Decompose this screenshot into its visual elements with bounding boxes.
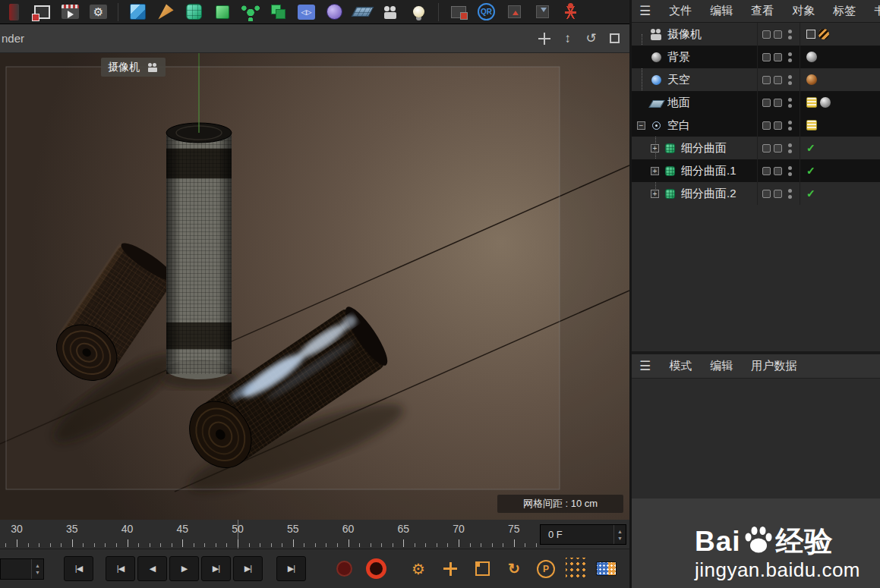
om-menu-item-4[interactable]: 标签 xyxy=(833,4,856,18)
toolbar-render-picture-viewer[interactable] xyxy=(56,1,84,24)
render-visibility-toggle[interactable] xyxy=(774,53,782,61)
toolbar-camera-object[interactable] xyxy=(377,1,405,24)
editor-visibility-toggle[interactable] xyxy=(762,76,771,84)
om-hamburger-icon[interactable]: ☰ xyxy=(639,3,651,19)
viewport-3d[interactable]: 摄像机 网格间距 : 10 cm xyxy=(0,53,629,520)
transport-next-frame[interactable]: ▶| xyxy=(201,556,231,581)
record-parameter[interactable]: P xyxy=(534,557,558,581)
render-visibility-toggle[interactable] xyxy=(774,167,782,175)
editor-visibility-toggle[interactable] xyxy=(762,30,771,39)
object-row[interactable]: +细分曲面.2✓ xyxy=(632,182,880,205)
editor-visibility-toggle[interactable] xyxy=(762,190,771,198)
visibility-dots[interactable] xyxy=(788,143,792,153)
target-tag[interactable] xyxy=(806,30,815,39)
combo-stepper[interactable]: ▲ ▼ xyxy=(31,559,43,579)
om-menu-item-3[interactable]: 对象 xyxy=(792,4,815,18)
record-active-objects[interactable] xyxy=(332,557,356,581)
frame-rate-combo[interactable]: ▲ ▼ xyxy=(0,558,44,580)
sphere-brown[interactable] xyxy=(806,74,817,85)
toolbar-qr-plugin[interactable]: QR xyxy=(472,1,500,24)
toolbar-light-object[interactable] xyxy=(405,1,433,24)
toolbar-subdivision-surface[interactable] xyxy=(180,1,208,24)
editor-visibility-toggle[interactable] xyxy=(762,99,771,107)
record-pla[interactable] xyxy=(566,558,588,580)
visibility-dots[interactable] xyxy=(788,189,792,199)
object-row[interactable]: 摄像机 xyxy=(632,23,880,46)
render-visibility-toggle[interactable] xyxy=(774,76,782,84)
editor-visibility-toggle[interactable] xyxy=(762,53,771,61)
toolbar-edit-render-settings[interactable]: ⚙ xyxy=(84,1,112,24)
visibility-dots[interactable] xyxy=(788,121,792,130)
visibility-dots[interactable] xyxy=(788,30,792,39)
toolbar-render-view[interactable] xyxy=(28,1,56,24)
visibility-toggles[interactable] xyxy=(757,182,800,205)
toolbar-joint-tool[interactable] xyxy=(557,1,585,24)
viewport-maximize-view[interactable] xyxy=(604,29,625,48)
visibility-toggles[interactable] xyxy=(757,159,800,182)
camera-label[interactable]: 摄像机 xyxy=(101,58,166,77)
autokeying[interactable] xyxy=(364,557,388,581)
transport-goto-end[interactable]: ▶| xyxy=(276,556,306,581)
visibility-toggles[interactable] xyxy=(757,91,800,114)
object-row[interactable]: +细分曲面✓ xyxy=(632,137,880,159)
toolbar-clipped-left[interactable] xyxy=(0,1,28,24)
toolbar-symmetry-object[interactable]: ◁▷ xyxy=(292,1,320,24)
om-menu-item-2[interactable]: 查看 xyxy=(751,4,774,18)
combo-up-icon[interactable]: ▲ xyxy=(35,563,40,568)
current-frame-field[interactable]: 0 F ▲ ▼ xyxy=(540,524,626,545)
visibility-toggles[interactable] xyxy=(757,23,800,46)
visibility-dots[interactable] xyxy=(788,52,792,62)
record-position[interactable] xyxy=(438,557,462,581)
transport-goto-start[interactable]: |◀ xyxy=(64,556,93,581)
stepper-down-icon[interactable]: ▼ xyxy=(617,536,623,541)
timeline-ruler[interactable]: 0 F ▲ ▼ 30354045505560657075 xyxy=(0,520,629,549)
record-rotation[interactable]: ↻ xyxy=(502,557,526,581)
transport-previous-key[interactable]: |◀ xyxy=(106,556,135,581)
visibility-toggles[interactable] xyxy=(757,114,800,137)
visibility-dots[interactable] xyxy=(788,98,792,108)
toolbar-coordinates-b[interactable] xyxy=(528,1,557,24)
check-green[interactable]: ✓ xyxy=(806,165,815,176)
tree-expander[interactable]: + xyxy=(651,144,659,153)
viewport-pan-view[interactable] xyxy=(534,29,554,48)
visibility-toggles[interactable] xyxy=(757,46,800,68)
stripe-tag-yellow[interactable] xyxy=(806,97,817,108)
render-visibility-toggle[interactable] xyxy=(774,99,782,107)
stripe-ball-orange[interactable] xyxy=(818,29,829,39)
object-row[interactable]: +细分曲面.1✓ xyxy=(632,159,880,182)
editor-visibility-toggle[interactable] xyxy=(762,144,771,153)
sphere-gray[interactable] xyxy=(806,52,817,62)
render-visibility-toggle[interactable] xyxy=(774,121,782,130)
object-row[interactable]: 地面 xyxy=(632,91,880,114)
sphere-gray[interactable] xyxy=(820,97,831,108)
tree-expander[interactable]: + xyxy=(651,167,659,175)
om-menu-item-5[interactable]: 书签 xyxy=(874,4,880,18)
check-green[interactable]: ✓ xyxy=(806,188,815,199)
am-menu-item-2[interactable]: 用户数据 xyxy=(751,359,796,373)
render-visibility-toggle[interactable] xyxy=(774,30,782,39)
visibility-dots[interactable] xyxy=(788,75,792,85)
editor-visibility-toggle[interactable] xyxy=(762,167,771,175)
stepper-up-icon[interactable]: ▲ xyxy=(617,529,623,534)
tree-expander[interactable]: − xyxy=(637,121,645,130)
toolbar-spline-pen[interactable] xyxy=(152,1,180,24)
tree-expander[interactable]: + xyxy=(651,190,659,198)
om-menu-item-0[interactable]: 文件 xyxy=(669,4,692,18)
frame-stepper[interactable]: ▲ ▼ xyxy=(613,525,626,544)
record-scale[interactable] xyxy=(470,557,494,581)
render-visibility-toggle[interactable] xyxy=(774,144,782,153)
am-menu-item-1[interactable]: 编辑 xyxy=(710,359,733,373)
transport-play-forwards[interactable]: ▶ xyxy=(169,556,199,581)
transport-previous-frame[interactable]: ◀ xyxy=(137,556,167,581)
toolbar-floor-object[interactable] xyxy=(349,1,377,24)
visibility-toggles[interactable] xyxy=(757,137,800,159)
am-hamburger-icon[interactable]: ☰ xyxy=(639,358,651,374)
visibility-dots[interactable] xyxy=(788,166,792,176)
viewport-orbit-view[interactable]: ↺ xyxy=(581,29,601,48)
keyframe-selection[interactable]: ⚙ xyxy=(406,557,431,581)
visibility-toggles[interactable] xyxy=(757,68,800,91)
om-menu-item-1[interactable]: 编辑 xyxy=(710,4,733,18)
editor-visibility-toggle[interactable] xyxy=(762,121,771,130)
am-menu-item-0[interactable]: 模式 xyxy=(669,359,692,373)
toolbar-array-object[interactable] xyxy=(236,1,264,24)
